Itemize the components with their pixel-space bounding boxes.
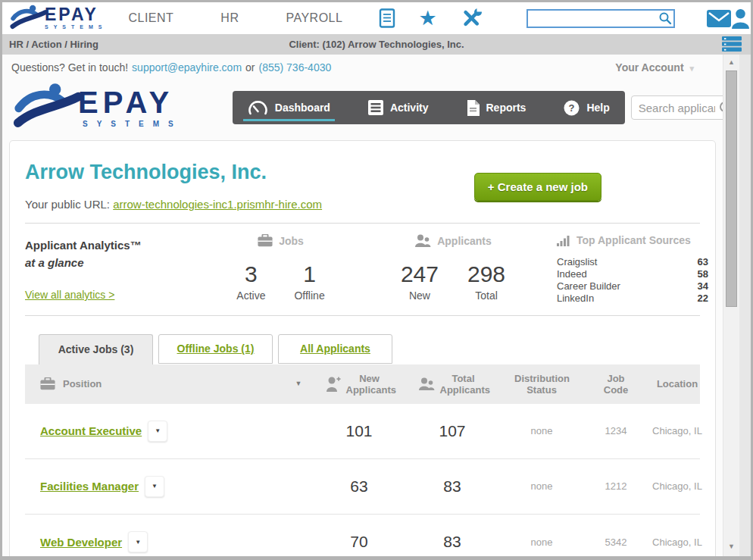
support-phone-link[interactable]: (855) 736-4030 bbox=[259, 61, 332, 74]
sort-caret-icon[interactable]: ▼ bbox=[283, 378, 314, 389]
location-value: Chicago, IL bbox=[649, 424, 705, 437]
tab-reports[interactable]: Reports bbox=[462, 91, 531, 124]
briefcase-icon bbox=[40, 377, 55, 390]
row-dropdown-caret[interactable]: ▼ bbox=[145, 476, 164, 497]
tab-activity[interactable]: Activity bbox=[364, 91, 433, 124]
person-plus-icon bbox=[326, 376, 341, 392]
epay-logo-small[interactable]: EPAY SYSTEMS bbox=[10, 4, 107, 33]
table-row: Web Developer ▼ 70 83 none 5342 Chicago,… bbox=[25, 515, 700, 557]
col-location: Location bbox=[649, 378, 705, 389]
new-applicants-value: 70 bbox=[314, 533, 404, 551]
distribution-status-value: none bbox=[501, 480, 583, 493]
menu-item-payroll[interactable]: PAYROLL bbox=[286, 11, 342, 25]
dashboard-card: Arrow Technologies, Inc. Your public URL… bbox=[9, 140, 716, 556]
contact-bar: Questions? Get in touch! support@epayhir… bbox=[2, 55, 723, 80]
chevron-down-icon: ▾ bbox=[689, 64, 694, 73]
total-applicants-value: 83 bbox=[404, 533, 501, 551]
col-total-applicants: Total Applicants bbox=[440, 373, 487, 396]
analytics-subtitle: at a glance bbox=[25, 256, 203, 269]
applicants-label: Applicants bbox=[437, 235, 492, 247]
search-applicants-input[interactable] bbox=[631, 95, 723, 120]
breadcrumb-bar: HR / Action / Hiring Client: (102) Arrow… bbox=[2, 34, 751, 55]
job-code-value: 5342 bbox=[583, 536, 649, 549]
job-code-value: 1212 bbox=[583, 480, 649, 493]
table-row: Account Executive ▼ 101 107 none 1234 Ch… bbox=[25, 404, 700, 459]
jobs-stats: Jobs 3 Active 1 Offline bbox=[203, 233, 358, 305]
gauge-icon bbox=[248, 100, 268, 115]
top-sources-label: Top Applicant Sources bbox=[576, 234, 691, 246]
support-email-link[interactable]: support@epayhire.com bbox=[132, 61, 242, 74]
divider bbox=[25, 315, 700, 316]
source-row: Indeed 58 bbox=[557, 268, 708, 280]
page-content: Questions? Get in touch! support@epayhir… bbox=[2, 55, 723, 556]
total-applicants-value: 107 bbox=[404, 422, 501, 440]
epay-logo-large: EPAY SYSTEMS bbox=[13, 82, 183, 133]
applicants-total-count: 298 bbox=[467, 262, 505, 286]
view-all-analytics-link[interactable]: View all analytics > bbox=[25, 289, 114, 301]
bar-chart-icon bbox=[557, 235, 570, 246]
job-code-value: 1234 bbox=[583, 424, 649, 437]
people-icon bbox=[414, 234, 431, 247]
job-position-link[interactable]: Web Developer bbox=[40, 536, 122, 549]
job-position-link[interactable]: Account Executive bbox=[40, 424, 142, 437]
svg-text:?: ? bbox=[569, 102, 575, 114]
col-distribution-status: Distribution Status bbox=[514, 373, 569, 396]
global-search-input[interactable] bbox=[526, 9, 675, 28]
tools-icon[interactable] bbox=[460, 8, 483, 29]
briefcase-icon bbox=[258, 234, 273, 247]
menu-item-client[interactable]: CLIENT bbox=[128, 11, 173, 25]
activity-list-icon bbox=[368, 100, 383, 115]
vertical-scrollbar[interactable]: ▲ ▼ bbox=[723, 55, 739, 556]
row-dropdown-caret[interactable]: ▼ bbox=[148, 421, 167, 442]
source-row: Career Builder 34 bbox=[557, 280, 708, 293]
top-menu: CLIENT HR PAYROLL bbox=[128, 11, 342, 25]
your-account-menu[interactable]: Your Account ▾ bbox=[615, 61, 694, 74]
document-icon[interactable] bbox=[379, 8, 395, 28]
location-value: Chicago, IL bbox=[649, 536, 705, 549]
favorites-star-icon[interactable]: ★ bbox=[418, 8, 436, 28]
col-job-code: Job Code bbox=[602, 373, 630, 396]
tab-help[interactable]: ? Help bbox=[559, 91, 614, 124]
new-applicants-value: 101 bbox=[314, 422, 404, 440]
jobs-active-count: 3 bbox=[236, 262, 265, 286]
menu-item-hr[interactable]: HR bbox=[220, 11, 239, 25]
create-job-button[interactable]: + Create a new job bbox=[474, 173, 601, 201]
public-url-link[interactable]: arrow-technologies-inc1.prismhr-hire.com bbox=[113, 198, 322, 211]
analytics-title: Applicant Analytics™ bbox=[25, 239, 203, 252]
total-applicants-value: 83 bbox=[404, 477, 501, 496]
new-applicants-value: 63 bbox=[314, 477, 404, 496]
window-scroll-gutter bbox=[739, 55, 751, 556]
tab-offline-jobs[interactable]: Offline Jobs (1) bbox=[158, 334, 273, 364]
mail-icon[interactable] bbox=[707, 10, 731, 27]
source-row: LinkedIn 22 bbox=[557, 293, 708, 305]
epay-wordmark: EPAY bbox=[78, 88, 183, 117]
col-position: Position bbox=[63, 378, 102, 389]
source-row: Craigslist 63 bbox=[557, 256, 708, 268]
people-icon bbox=[418, 377, 435, 390]
tab-dashboard[interactable]: Dashboard bbox=[243, 91, 335, 124]
job-position-link[interactable]: Facilities Manager bbox=[40, 480, 139, 493]
location-value: Chicago, IL bbox=[649, 480, 705, 493]
scroll-down-arrow[interactable]: ▼ bbox=[723, 543, 739, 550]
jobs-tabs: Active Jobs (3) Offline Jobs (1) All App… bbox=[39, 334, 700, 364]
row-dropdown-caret[interactable]: ▼ bbox=[128, 531, 148, 552]
tab-all-applicants[interactable]: All Applicants bbox=[278, 334, 392, 364]
tab-active-jobs[interactable]: Active Jobs (3) bbox=[39, 334, 153, 364]
scroll-up-arrow[interactable]: ▲ bbox=[723, 58, 739, 66]
col-new-applicants: New Applicants bbox=[346, 373, 393, 396]
search-icon[interactable] bbox=[658, 11, 672, 25]
epay-wordmark: EPAY bbox=[45, 6, 107, 23]
list-view-icon[interactable] bbox=[722, 36, 742, 52]
user-profile-icon[interactable] bbox=[731, 8, 750, 29]
client-label: Client: (102) Arrow Technologies, Inc. bbox=[2, 39, 751, 50]
analytics-section: Applicant Analytics™ at a glance View al… bbox=[25, 224, 700, 312]
jobs-table-header: Position ▼ New Applicants bbox=[25, 364, 700, 404]
brand-row: EPAY SYSTEMS Dashboard bbox=[2, 80, 723, 140]
scrollbar-thumb[interactable] bbox=[726, 70, 737, 307]
top-sources: Top Applicant Sources Craigslist 63 Inde… bbox=[548, 233, 708, 305]
epay-tagline: SYSTEMS bbox=[78, 120, 183, 128]
public-url-label: Your public URL: bbox=[25, 198, 110, 211]
epay-swoosh-icon bbox=[10, 4, 49, 33]
applicants-stats: Applicants 247 New 298 Total bbox=[358, 233, 548, 305]
main-nav: Dashboard Activity bbox=[233, 91, 625, 124]
